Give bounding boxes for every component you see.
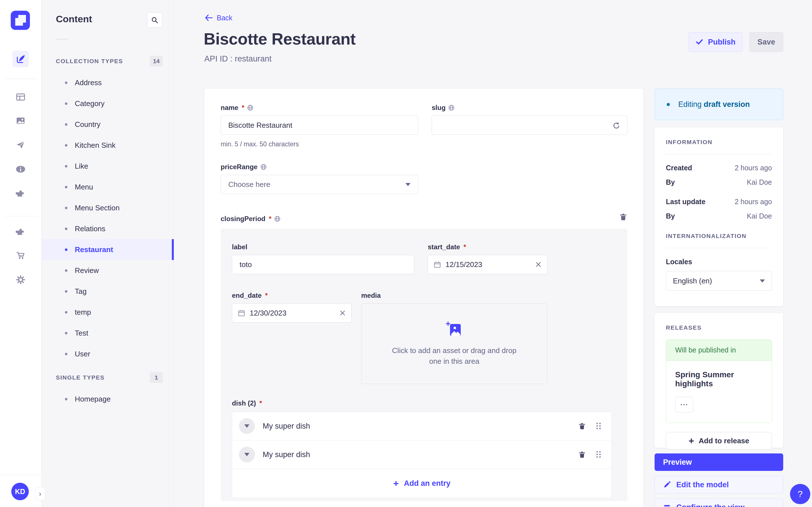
info-icon[interactable] (12, 161, 29, 177)
regenerate-icon (612, 121, 620, 129)
slug-input[interactable] (432, 116, 628, 135)
deploy-icon[interactable] (12, 137, 29, 153)
add-image-icon (445, 321, 463, 338)
divider (56, 39, 68, 40)
sidebar-item-review[interactable]: Review (42, 260, 174, 281)
single-types-header: SINGLE TYPES 1 (56, 372, 163, 383)
sidebar-item-country[interactable]: Country (42, 114, 174, 135)
media-dropzone[interactable]: Click to add an asset or drag and drop o… (361, 303, 547, 384)
sidebar-item-homepage[interactable]: Homepage (42, 389, 174, 409)
delete-entry-button[interactable] (578, 422, 586, 430)
plus-icon: + (689, 436, 694, 446)
dish-repeatable-group: My super dish My super dish + Add an ent… (232, 412, 612, 498)
pricerange-select[interactable]: Choose here (221, 175, 418, 194)
back-link[interactable]: Back (204, 13, 232, 22)
calendar-icon (434, 261, 441, 268)
sidebar-item-address[interactable]: Address (42, 72, 174, 93)
globe-icon (274, 216, 280, 222)
info-row-created-by: ByKai Doe (666, 178, 772, 186)
bullet-icon (65, 228, 67, 230)
sidebar-item-menu[interactable]: Menu (42, 176, 174, 198)
expand-sidebar-button[interactable]: › (35, 487, 45, 500)
information-title: INFORMATION (666, 139, 772, 146)
release-status: Will be published in (666, 340, 772, 361)
chevron-down-icon (760, 279, 765, 283)
rail-divider (0, 475, 42, 475)
expand-entry-button[interactable] (239, 418, 255, 434)
sidebar-item-test[interactable]: Test (42, 323, 174, 343)
save-button[interactable]: Save (749, 32, 783, 52)
content-icon[interactable] (12, 51, 29, 67)
end-date-input[interactable]: 12/30/2023 (232, 303, 351, 323)
info-row-created: Created2 hours ago (666, 164, 772, 172)
globe-icon (448, 105, 454, 111)
label-input[interactable]: toto (232, 255, 414, 274)
closingperiod-component-panel: label toto start_date* 12/15/2023 end_da… (221, 228, 628, 501)
bullet-icon (65, 311, 67, 314)
avatar[interactable]: KD (11, 483, 29, 500)
nav-rail: KD (0, 0, 42, 507)
drag-handle[interactable] (596, 450, 602, 459)
marketplace-icon[interactable] (12, 224, 29, 240)
info-row-updated-by: ByKai Doe (666, 212, 772, 220)
chevron-down-icon (244, 453, 250, 456)
collection-types-count-badge: 14 (150, 56, 163, 66)
help-button[interactable]: ? (790, 484, 810, 504)
name-input[interactable]: Biscotte Restaurant (221, 116, 418, 135)
delete-entry-button[interactable] (578, 451, 586, 458)
start-date-field-label: start_date* (428, 243, 466, 251)
plugins-icon[interactable] (12, 185, 29, 202)
publish-button[interactable]: Publish (689, 32, 743, 52)
release-more-button[interactable]: ... (675, 397, 693, 412)
dish-field-label: dish (2)* (232, 399, 262, 407)
preview-button[interactable]: Preview (655, 453, 783, 471)
chevron-down-icon (244, 425, 250, 428)
sidebar-title: Content (56, 13, 92, 24)
drag-dots-icon (596, 450, 602, 459)
releases-card: RELEASES Will be published in Spring Sum… (655, 313, 783, 448)
divider (666, 154, 772, 154)
media-library-icon[interactable] (12, 113, 29, 129)
media-field-label: media (361, 292, 381, 299)
sidebar-item-user[interactable]: User (42, 343, 174, 364)
configure-view-button[interactable]: Configure the view (655, 499, 783, 507)
single-types-count-badge: 1 (150, 372, 163, 383)
clear-icon[interactable] (535, 262, 541, 268)
delete-component-button[interactable] (619, 213, 628, 221)
sidebar-item-temp[interactable]: temp (42, 302, 174, 323)
sidebar-item-relations[interactable]: Relations (42, 218, 174, 239)
sidebar-item-restaurant[interactable]: Restaurant (42, 239, 174, 260)
bullet-icon (65, 123, 67, 126)
settings-gear-icon[interactable] (12, 272, 29, 288)
info-row-last-update: Last update2 hours ago (666, 198, 772, 206)
configure-list-icon (663, 504, 671, 507)
bullet-icon (65, 398, 67, 400)
expand-entry-button[interactable] (239, 447, 255, 462)
slug-field-label: slug (432, 104, 454, 112)
purchase-cart-icon[interactable] (12, 247, 29, 264)
strapi-logo[interactable] (11, 11, 30, 30)
edit-form-card: name* Biscotte Restaurant min. 5 / max. … (204, 89, 643, 507)
release-name[interactable]: Spring Summer highlights (675, 370, 763, 388)
start-date-input[interactable]: 12/15/2023 (428, 255, 547, 274)
sidebar-item-category[interactable]: Category (42, 93, 174, 114)
sidebar-item-menu-section[interactable]: Menu Section (42, 198, 174, 218)
dish-entry-row: My super dish (232, 412, 611, 441)
closingperiod-field-label: closingPeriod* (221, 215, 280, 223)
add-entry-button[interactable]: + Add an entry (232, 469, 611, 498)
sidebar-item-kitchen-sink[interactable]: Kitchen Sink (42, 135, 174, 156)
clear-icon[interactable] (339, 310, 345, 316)
add-to-release-button[interactable]: + Add to release (666, 432, 772, 449)
sidebar-item-like[interactable]: Like (42, 156, 174, 176)
pencil-icon (663, 481, 671, 488)
single-types-list: Homepage (42, 389, 174, 409)
locale-select[interactable]: English (en) (666, 271, 772, 291)
drag-handle[interactable] (596, 422, 602, 430)
sidebar-item-tag[interactable]: Tag (42, 281, 174, 302)
bullet-icon (65, 248, 67, 251)
internationalization-title: INTERNATIONALIZATION (666, 233, 772, 239)
edit-model-button[interactable]: Edit the model (655, 476, 783, 494)
bullet-icon (65, 353, 67, 355)
search-button[interactable] (147, 12, 162, 27)
builder-icon[interactable] (12, 89, 29, 105)
